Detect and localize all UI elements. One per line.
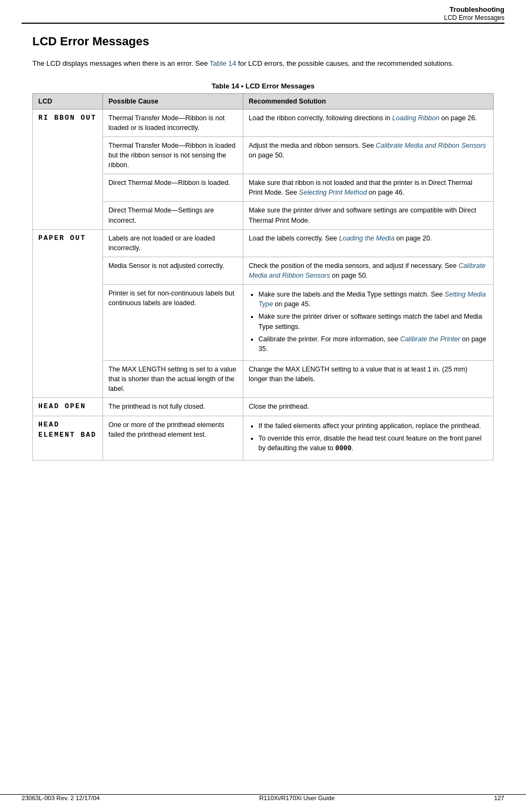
table-row: RI BBON OUT Thermal Transfer Mode—Ribbon… <box>33 109 494 136</box>
lcd-paper-out: PAPER OUT <box>33 229 103 398</box>
cause-cell: The MAX LENGTH setting is set to a value… <box>103 360 243 397</box>
intro-paragraph: The LCD displays messages when there is … <box>32 58 494 69</box>
cause-cell: Labels are not loaded or are loaded inco… <box>103 229 243 257</box>
cause-cell: Media Sensor is not adjusted correctly. <box>103 257 243 284</box>
cause-cell: Direct Thermal Mode—Settings are incorre… <box>103 202 243 229</box>
error-table: LCD Possible Cause Recommended Solution … <box>32 93 494 461</box>
table-row: HEAD OPEN The printhead is not fully clo… <box>33 398 494 416</box>
solution-cell: Make sure that ribbon is not loaded and … <box>243 174 494 202</box>
col-lcd: LCD <box>33 93 103 109</box>
header-title: Troubleshooting <box>449 5 504 13</box>
solution-cell: If the failed elements affect your print… <box>243 416 494 460</box>
page-header: Troubleshooting LCD Error Messages <box>0 0 526 24</box>
solution-cell: Load the ribbon correctly, following dir… <box>243 109 494 136</box>
solution-cell: Make sure the labels and the Media Type … <box>243 285 494 361</box>
cause-cell: Thermal Transfer Mode—Ribbon is loaded b… <box>103 136 243 174</box>
solution-cell: Close the printhead. <box>243 398 494 416</box>
solution-cell: Make sure the printer driver and softwar… <box>243 202 494 229</box>
footer-right: 127 <box>494 795 504 801</box>
col-solution: Recommended Solution <box>243 93 494 109</box>
footer-left: 23063L-003 Rev. 2 12/17/04 <box>22 795 100 801</box>
header-subtitle: LCD Error Messages <box>444 14 504 22</box>
table-title: Table 14 • LCD Error Messages <box>32 82 494 90</box>
cause-cell: Printer is set for non-continuous labels… <box>103 285 243 361</box>
lcd-head-open: HEAD OPEN <box>33 398 103 416</box>
col-cause: Possible Cause <box>103 93 243 109</box>
page-footer: 23063L-003 Rev. 2 12/17/04 R110Xi/R170Xi… <box>0 794 526 801</box>
lcd-ribbon-out: RI BBON OUT <box>33 109 103 229</box>
solution-cell: Adjust the media and ribbon sensors. See… <box>243 136 494 174</box>
section-title: LCD Error Messages <box>32 35 494 49</box>
table-row: HEAD ELEMENT BAD One or more of the prin… <box>33 416 494 460</box>
solution-cell: Change the MAX LENGTH setting to a value… <box>243 360 494 397</box>
cause-cell: One or more of the printhead elements fa… <box>103 416 243 460</box>
cause-cell: Thermal Transfer Mode—Ribbon is not load… <box>103 109 243 136</box>
cause-cell: The printhead is not fully closed. <box>103 398 243 416</box>
table-row: PAPER OUT Labels are not loaded or are l… <box>33 229 494 257</box>
cause-cell: Direct Thermal Mode—Ribbon is loaded. <box>103 174 243 202</box>
footer-center: R110Xi/R170Xi User Guide <box>259 795 334 801</box>
lcd-head-element-bad: HEAD ELEMENT BAD <box>33 416 103 460</box>
solution-cell: Check the position of the media sensors,… <box>243 257 494 284</box>
solution-cell: Load the labels correctly. See Loading t… <box>243 229 494 257</box>
